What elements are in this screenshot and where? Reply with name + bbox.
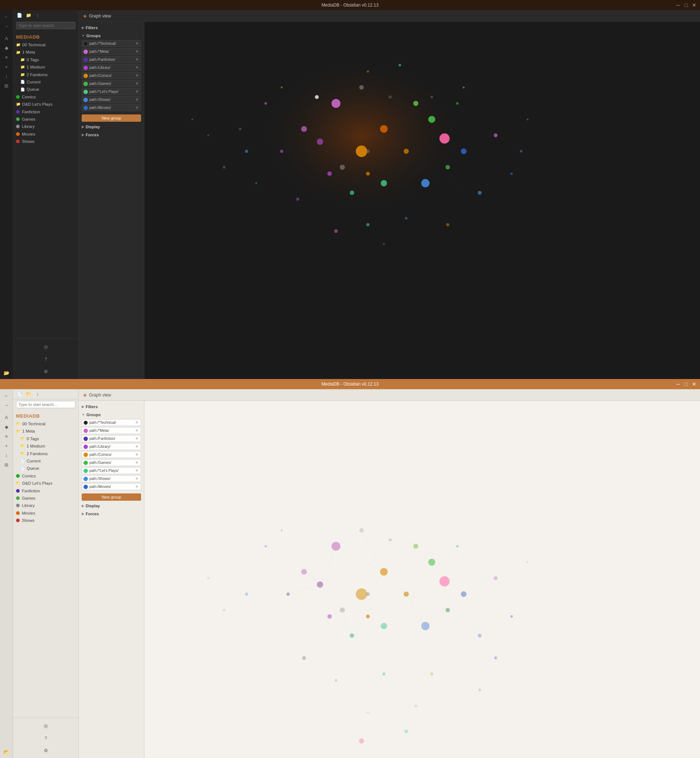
folder-00-technical-bottom[interactable]: 📁 00 Technical — [13, 420, 78, 427]
folder-1-medium[interactable]: 📁 1 Medium — [13, 63, 78, 71]
folder-library[interactable]: Library — [13, 123, 78, 130]
filters-header-bottom[interactable]: ▶ Filters — [82, 404, 141, 410]
close-btn-bottom[interactable]: ✕ — [691, 381, 697, 387]
graph-canvas-bottom[interactable] — [144, 401, 700, 758]
group-color-games-bottom[interactable] — [83, 461, 88, 465]
template-icon-bottom[interactable]: ⊞ — [1, 460, 12, 469]
list-icon-bottom[interactable]: ≡ — [1, 432, 12, 441]
folder-fanfiction-bottom[interactable]: Fanfiction — [13, 487, 78, 494]
group-color-letsplays-bottom[interactable] — [83, 469, 88, 473]
group-remove-letsplays[interactable]: ✕ — [134, 89, 139, 94]
help-icon-bottom[interactable]: ? — [41, 733, 52, 743]
sort-icon[interactable]: ↕ — [34, 11, 42, 19]
folder-comics[interactable]: Comics — [13, 93, 78, 101]
display-header-top[interactable]: ▶ Display — [82, 124, 141, 130]
close-btn-top[interactable]: ✕ — [691, 2, 697, 8]
group-remove-comics-bottom[interactable]: ✕ — [134, 452, 139, 457]
new-group-btn-bottom[interactable]: New group — [82, 493, 141, 501]
maximize-btn-top[interactable]: □ — [683, 2, 689, 8]
group-remove-library-bottom[interactable]: ✕ — [134, 444, 139, 449]
group-remove-letsplays-bottom[interactable]: ✕ — [134, 468, 139, 473]
plus-icon-bottom[interactable]: + — [1, 441, 12, 451]
folder-00-technical[interactable]: 📁 00 Technical — [13, 41, 78, 48]
folder-dnd-bottom[interactable]: 📁 D&D Let's Plays — [13, 480, 78, 487]
search-input-bottom[interactable] — [16, 401, 75, 408]
group-remove-shows[interactable]: ✕ — [134, 97, 139, 102]
group-remove-fanfiction-bottom[interactable]: ✕ — [134, 436, 139, 441]
group-remove-technical[interactable]: ✕ — [134, 41, 139, 46]
new-folder-icon-bottom[interactable]: 📁 — [24, 390, 33, 398]
group-remove-games[interactable]: ✕ — [134, 81, 139, 86]
group-remove-comics[interactable]: ✕ — [134, 73, 139, 78]
file-current-bottom[interactable]: 📄 Current — [13, 457, 78, 465]
folder-0-tags-bottom[interactable]: 📁 0 Tags — [13, 435, 78, 442]
group-color-movies[interactable] — [83, 106, 88, 110]
folder-games[interactable]: Games — [13, 115, 78, 123]
group-color-comics[interactable] — [83, 73, 88, 78]
folder-movies[interactable]: Movies — [13, 131, 78, 138]
file-queue[interactable]: 📄 Queue — [13, 86, 78, 93]
group-color-shows-bottom[interactable] — [83, 477, 88, 481]
group-color-fanfiction[interactable] — [83, 58, 88, 62]
group-remove-fanfiction[interactable]: ✕ — [134, 57, 139, 62]
nav-forward-icon[interactable]: → — [1, 21, 12, 31]
folder-2-fandoms-bottom[interactable]: 📁 2 Fandoms — [13, 450, 78, 457]
folder-comics-bottom[interactable]: Comics — [13, 472, 78, 480]
minimize-btn-bottom[interactable]: ─ — [675, 381, 681, 387]
group-color-technical[interactable] — [83, 42, 88, 46]
forces-header-top[interactable]: ▶ Forces — [82, 132, 141, 138]
diamond-icon-bottom[interactable]: ◆ — [1, 422, 12, 432]
new-note-icon[interactable]: 📄 — [15, 11, 23, 19]
folder-2-fandoms[interactable]: 📁 2 Fandoms — [13, 71, 78, 78]
folder-icon-ribbon-bottom[interactable]: 📂 — [1, 747, 12, 756]
search-input-top[interactable] — [16, 22, 75, 29]
groups-header-bottom[interactable]: ▼ Groups — [82, 412, 141, 418]
folder-games-bottom[interactable]: Games — [13, 494, 78, 502]
group-color-meta-bottom[interactable] — [83, 429, 88, 433]
folder-1-meta-bottom[interactable]: 📁 1 Meta — [13, 427, 78, 435]
forces-header-bottom[interactable]: ▶ Forces — [82, 511, 141, 517]
group-remove-shows-bottom[interactable]: ✕ — [134, 476, 139, 481]
plus-icon[interactable]: + — [1, 62, 12, 72]
minimize-btn-top[interactable]: ─ — [675, 2, 681, 8]
graph-icon-bottom[interactable]: ◎ — [41, 721, 52, 730]
display-header-bottom[interactable]: ▶ Display — [82, 503, 141, 509]
folder-dnd[interactable]: 📁 D&D Let's Plays — [13, 101, 78, 108]
new-group-btn-top[interactable]: New group — [82, 114, 141, 122]
folder-0-tags[interactable]: 📁 0 Tags — [13, 56, 78, 63]
font-icon[interactable]: A — [1, 34, 12, 43]
file-current[interactable]: 📄 Current — [13, 78, 78, 86]
group-remove-technical-bottom[interactable]: ✕ — [134, 420, 139, 425]
group-remove-movies[interactable]: ✕ — [134, 105, 139, 110]
folder-1-medium-bottom[interactable]: 📁 1 Medium — [13, 442, 78, 450]
nav-forward-icon-bottom[interactable]: → — [1, 400, 12, 410]
file-queue-bottom[interactable]: 📄 Queue — [13, 465, 78, 472]
maximize-btn-bottom[interactable]: □ — [683, 381, 689, 387]
group-color-games[interactable] — [83, 82, 88, 86]
new-note-icon-bottom[interactable]: 📄 — [15, 390, 23, 398]
folder-shows[interactable]: Shows — [13, 138, 78, 145]
group-color-fanfiction-bottom[interactable] — [83, 437, 88, 441]
group-color-library[interactable] — [83, 66, 88, 70]
settings-icon-bottom[interactable]: ⚙ — [41, 746, 52, 755]
group-color-technical-bottom[interactable] — [83, 421, 88, 425]
new-folder-icon[interactable]: 📁 — [24, 11, 33, 19]
graph-icon[interactable]: ◎ — [41, 342, 52, 351]
settings-icon[interactable]: ⚙ — [41, 367, 52, 376]
group-remove-meta-bottom[interactable]: ✕ — [134, 428, 139, 433]
sort-icon-bottom[interactable]: ↕ — [34, 390, 42, 398]
filters-header-top[interactable]: ▶ Filters — [82, 25, 141, 31]
group-color-shows[interactable] — [83, 98, 88, 102]
group-color-letsplays[interactable] — [83, 90, 88, 94]
arrow-icon[interactable]: ↕ — [1, 72, 12, 81]
graph-canvas-top[interactable] — [144, 22, 700, 379]
folder-icon-ribbon[interactable]: 📂 — [1, 368, 12, 377]
group-color-movies-bottom[interactable] — [83, 485, 88, 489]
font-icon-bottom[interactable]: A — [1, 413, 12, 422]
folder-1-meta[interactable]: 📁 1 Meta — [13, 48, 78, 56]
group-remove-movies-bottom[interactable]: ✕ — [134, 484, 139, 489]
group-remove-library[interactable]: ✕ — [134, 65, 139, 70]
folder-library-bottom[interactable]: Library — [13, 502, 78, 509]
folder-fanfiction[interactable]: Fanfiction — [13, 108, 78, 115]
group-color-meta[interactable] — [83, 50, 88, 54]
